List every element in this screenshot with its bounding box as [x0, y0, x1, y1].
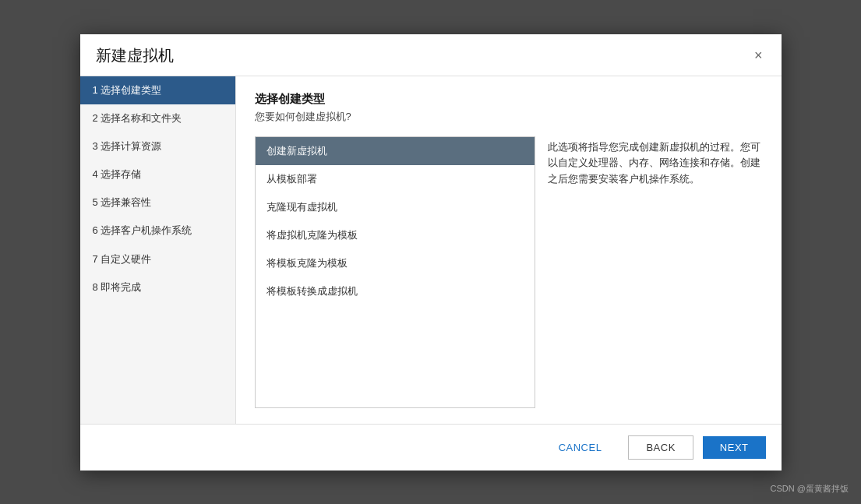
sidebar-item-step5[interactable]: 5 选择兼容性 [80, 189, 235, 217]
description-panel: 此选项将指导您完成创建新虚拟机的过程。您可以自定义处理器、内存、网络连接和存储。… [548, 136, 763, 408]
option-item-opt1[interactable]: 创建新虚拟机 [256, 137, 535, 165]
watermark: CSDN @蛋黄酱拌饭 [771, 483, 849, 495]
new-vm-dialog: 新建虚拟机 × 1 选择创建类型2 选择名称和文件夹3 选择计算资源4 选择存储… [80, 34, 782, 471]
next-button[interactable]: NEXT [703, 436, 766, 459]
back-button[interactable]: BACK [628, 435, 693, 460]
dialog-footer: CANCEL BACK NEXT [80, 424, 782, 471]
option-item-opt5[interactable]: 将模板克隆为模板 [256, 249, 535, 277]
option-item-opt4[interactable]: 将虚拟机克隆为模板 [256, 221, 535, 249]
sidebar: 1 选择创建类型2 选择名称和文件夹3 选择计算资源4 选择存储5 选择兼容性6… [80, 76, 236, 424]
sidebar-item-step1[interactable]: 1 选择创建类型 [80, 76, 235, 104]
sidebar-item-step3[interactable]: 3 选择计算资源 [80, 132, 235, 160]
sidebar-item-step7[interactable]: 7 自定义硬件 [80, 245, 235, 273]
dialog-title: 新建虚拟机 [96, 45, 174, 66]
sidebar-item-step2[interactable]: 2 选择名称和文件夹 [80, 104, 235, 132]
option-item-opt6[interactable]: 将模板转换成虚拟机 [256, 277, 535, 305]
option-item-opt2[interactable]: 从模板部署 [256, 165, 535, 193]
options-list: 创建新虚拟机从模板部署克隆现有虚拟机将虚拟机克隆为模板将模板克隆为模板将模板转换… [255, 136, 535, 408]
dialog-header: 新建虚拟机 × [80, 34, 782, 76]
close-button[interactable]: × [751, 47, 766, 64]
option-item-opt3[interactable]: 克隆现有虚拟机 [256, 193, 535, 221]
main-content: 选择创建类型 您要如何创建虚拟机? 创建新虚拟机从模板部署克隆现有虚拟机将虚拟机… [236, 76, 782, 424]
content-area: 创建新虚拟机从模板部署克隆现有虚拟机将虚拟机克隆为模板将模板克隆为模板将模板转换… [255, 136, 763, 408]
section-title: 选择创建类型 [255, 92, 763, 107]
sidebar-item-step4[interactable]: 4 选择存储 [80, 160, 235, 189]
sidebar-item-step6[interactable]: 6 选择客户机操作系统 [80, 217, 235, 245]
cancel-button[interactable]: CANCEL [542, 436, 619, 459]
dialog-body: 1 选择创建类型2 选择名称和文件夹3 选择计算资源4 选择存储5 选择兼容性6… [80, 76, 782, 424]
section-subtitle: 您要如何创建虚拟机? [255, 110, 763, 124]
sidebar-item-step8[interactable]: 8 即将完成 [80, 273, 235, 301]
